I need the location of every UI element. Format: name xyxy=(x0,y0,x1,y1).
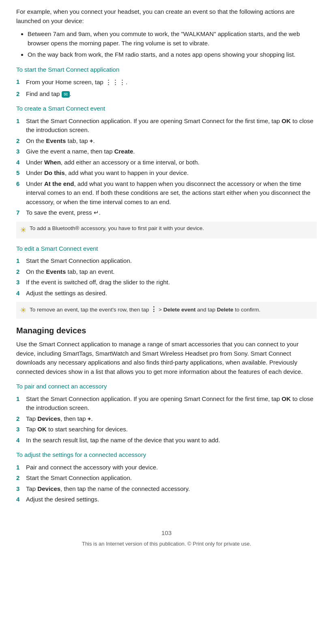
page-number: 103 xyxy=(16,529,317,538)
step-3-2: 2 On the Events tab, tap an event. xyxy=(16,267,317,277)
section2-heading: To create a Smart Connect event xyxy=(16,104,317,113)
step-3-1: 1 Start the Smart Connection application… xyxy=(16,256,317,266)
bullet-item-1: Between 7am and 9am, when you commute to… xyxy=(28,30,317,48)
bullet-item-2: On the way back from work, the FM radio … xyxy=(28,50,317,60)
step-4-2: 2 Tap Devices, then tap +. xyxy=(16,414,317,424)
step-4-1: 1 Start the Smart Connection application… xyxy=(16,395,317,413)
step-2-7: 7 To save the event, press ↵. xyxy=(16,208,317,218)
step-3-3: 3 If the event is switched off, drag the… xyxy=(16,278,317,287)
tip-box-2: ✳ To remove an event, tap the event's ro… xyxy=(16,302,317,319)
step-5-2: 2 Start the Smart Connection application… xyxy=(16,473,317,483)
section4-heading: To pair and connect an accessory xyxy=(16,382,317,391)
step-4-3: 3 Tap OK to start searching for devices. xyxy=(16,425,317,434)
step-2-5: 5 Under Do this, add what you want to ha… xyxy=(16,168,317,178)
tip-text-1: To add a Bluetooth® accessory, you have … xyxy=(30,224,204,232)
step-2-2: 2 On the Events tab, tap +. xyxy=(16,136,317,146)
section1-steps: 1 From your Home screen, tap ⋮⋮⋮. 2 Find… xyxy=(16,77,317,98)
section3-steps: 1 Start the Smart Connection application… xyxy=(16,256,317,298)
step-5-4: 4 Adjust the desired settings. xyxy=(16,495,317,504)
step-5-3: 3 Tap Devices, then tap the name of the … xyxy=(16,484,317,494)
step-5-1: 1 Pair and connect the accessory with yo… xyxy=(16,463,317,472)
section5-heading: To adjust the settings for a connected a… xyxy=(16,450,317,460)
step-2-3: 3 Give the event a name, then tap Create… xyxy=(16,147,317,156)
tip-icon-1: ✳ xyxy=(20,225,26,236)
step-2-6: 6 Under At the end, add what you want to… xyxy=(16,179,317,207)
page-footer: 103 This is an Internet version of this … xyxy=(16,529,317,548)
step-3-4: 4 Adjust the settings as desired. xyxy=(16,289,317,298)
section5-steps: 1 Pair and connect the accessory with yo… xyxy=(16,463,317,504)
intro-paragraph: For example, when you connect your heads… xyxy=(16,7,317,26)
step-1-2: 2 Find and tap ✉. xyxy=(16,90,317,99)
intro-bullet-list: Between 7am and 9am, when you commute to… xyxy=(28,30,317,60)
footer-note: This is an Internet version of this publ… xyxy=(16,540,317,548)
step-4-4: 4 In the search result list, tap the nam… xyxy=(16,436,317,445)
step-1-1: 1 From your Home screen, tap ⋮⋮⋮. xyxy=(16,77,317,88)
section2-steps: 1 Start the Smart Connection application… xyxy=(16,117,317,218)
section3-heading: To edit a Smart Connect event xyxy=(16,244,317,254)
managing-para: Use the Smart Connect application to man… xyxy=(16,340,317,376)
step-2-4: 4 Under When, add either an accessory or… xyxy=(16,158,317,167)
tip-icon-2: ✳ xyxy=(20,305,26,316)
step-2-1: 1 Start the Smart Connection application… xyxy=(16,117,317,135)
tip-text-2: To remove an event, tap the event's row,… xyxy=(30,305,260,314)
managing-heading: Managing devices xyxy=(16,324,317,337)
section4-steps: 1 Start the Smart Connection application… xyxy=(16,395,317,445)
section1-heading: To start the Smart Connect application xyxy=(16,65,317,75)
tip-box-1: ✳ To add a Bluetooth® accessory, you hav… xyxy=(16,222,317,239)
